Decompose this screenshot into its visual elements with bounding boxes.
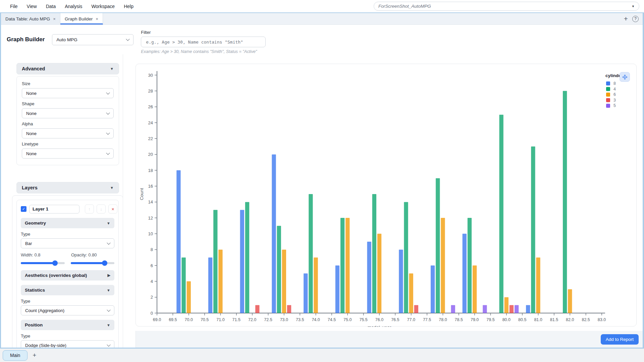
layer-name-input[interactable] [29, 205, 79, 214]
bar [377, 234, 381, 313]
statistics-type-select[interactable]: Count (Aggregation) [21, 305, 114, 315]
dataset-select[interactable]: Auto MPG [52, 34, 133, 45]
bar [304, 274, 308, 313]
tab-data-table[interactable]: Data Table: Auto MPG × [1, 13, 60, 24]
svg-text:4: 4 [151, 279, 153, 284]
bar [208, 257, 212, 313]
add-workspace-icon[interactable]: + [33, 352, 36, 359]
position-type-label: Type [21, 334, 114, 339]
bar [409, 274, 413, 313]
tab-bar: Data Table: Auto MPG × Graph Builder × +… [1, 13, 643, 25]
svg-text:76.0: 76.0 [375, 317, 383, 322]
advanced-panel-body: Size None Shape None Alpha None [16, 76, 119, 165]
close-icon[interactable]: × [96, 16, 98, 21]
layer-visible-checkbox[interactable]: ✓ [21, 206, 26, 212]
svg-text:76.5: 76.5 [391, 317, 399, 322]
bar [399, 250, 403, 313]
alpha-select[interactable]: None [22, 128, 114, 138]
menu-data[interactable]: Data [46, 4, 56, 9]
svg-text:80.0: 80.0 [502, 317, 511, 322]
aesthetics-section-header[interactable]: Aesthetics (overrides global) ▶ [21, 270, 114, 281]
menu-analysis[interactable]: Analysis [65, 4, 82, 9]
bar [335, 265, 339, 313]
geometry-section-title: Geometry [25, 221, 46, 226]
svg-text:72.5: 72.5 [264, 317, 272, 322]
svg-text:10: 10 [148, 231, 153, 236]
add-to-report-button[interactable]: Add to Report [601, 334, 639, 345]
bar [473, 265, 477, 313]
svg-text:6: 6 [613, 92, 616, 97]
shape-select-value: None [26, 111, 37, 116]
bar [515, 305, 519, 313]
opacity-slider[interactable] [71, 260, 115, 266]
triangle-closed-icon: ▶ [108, 273, 110, 278]
menu-help[interactable]: Help [124, 4, 133, 9]
svg-text:3: 3 [613, 98, 616, 103]
statistics-type-value: Count (Aggregation) [25, 308, 64, 313]
bar [187, 281, 191, 313]
svg-text:26: 26 [148, 104, 153, 109]
svg-text:81.5: 81.5 [550, 317, 558, 322]
svg-text:75.5: 75.5 [359, 317, 367, 322]
statistics-type-label: Type [21, 299, 114, 304]
size-select-value: None [26, 91, 37, 96]
svg-text:Count: Count [139, 188, 144, 200]
slider-fill [21, 262, 55, 264]
move-layer-up-button[interactable]: ↑ [85, 204, 94, 214]
slider-thumb[interactable] [102, 260, 107, 266]
svg-text:81.0: 81.0 [534, 317, 542, 322]
svg-text:16: 16 [148, 184, 153, 189]
svg-text:79.5: 79.5 [486, 317, 494, 322]
sliders-row [21, 260, 114, 266]
svg-text:80.5: 80.5 [518, 317, 526, 322]
slider-thumb[interactable] [52, 260, 58, 266]
workspace-tab-bar: Main + [0, 349, 644, 362]
bar [431, 265, 435, 313]
bar [451, 305, 455, 313]
menu-workspace[interactable]: Workspace [91, 4, 115, 9]
header-bar: Graph Builder Auto MPG Filter Examples: … [1, 25, 643, 54]
arrow-down-icon: ↓ [100, 206, 102, 212]
position-type-value: Dodge (Side-by-side) [25, 343, 66, 348]
menu-view[interactable]: View [27, 4, 37, 9]
move-layer-down-button[interactable]: ↓ [97, 204, 106, 214]
legend-move-handle[interactable] [620, 72, 630, 82]
delete-layer-button[interactable]: × [108, 204, 117, 214]
linetype-select-value: None [26, 151, 37, 156]
bar [255, 305, 259, 313]
bar [314, 257, 318, 313]
size-select[interactable]: None [22, 88, 114, 98]
width-slider[interactable] [21, 260, 65, 266]
statistics-section-header[interactable]: Statistics ▼ [21, 285, 114, 295]
bar [404, 202, 408, 313]
menu-file[interactable]: File [10, 4, 18, 9]
svg-text:69.5: 69.5 [169, 317, 177, 322]
svg-text:8: 8 [151, 247, 153, 252]
caret-down-icon: ▼ [632, 5, 635, 8]
svg-text:74.5: 74.5 [328, 317, 336, 322]
tab-graph-builder[interactable]: Graph Builder × [60, 13, 103, 24]
layers-panel-header[interactable]: Layers ▼ [16, 182, 119, 193]
workspace-selector[interactable]: ForScreenShot_AutoMPG ▼ [374, 2, 639, 11]
position-section-header[interactable]: Position ▼ [21, 320, 114, 330]
svg-text:77.0: 77.0 [407, 317, 415, 322]
help-icon[interactable]: ? [632, 16, 639, 22]
bar [441, 218, 445, 313]
advanced-panel-header[interactable]: Advanced ▼ [16, 63, 119, 74]
geometry-type-select[interactable]: Bar [21, 238, 114, 248]
filter-input[interactable] [141, 37, 266, 47]
workspace-tab-main[interactable]: Main [3, 350, 28, 361]
geometry-section-header[interactable]: Geometry ▼ [21, 218, 114, 228]
svg-text:14: 14 [148, 199, 153, 204]
svg-text:30: 30 [148, 73, 153, 78]
shape-label: Shape [22, 101, 114, 106]
svg-text:4: 4 [613, 87, 616, 92]
bar [213, 210, 217, 313]
shape-select[interactable]: None [22, 108, 114, 118]
new-tab-icon[interactable]: + [624, 15, 628, 23]
linetype-select[interactable]: None [22, 148, 114, 159]
svg-text:8: 8 [613, 81, 616, 86]
position-type-select[interactable]: Dodge (Side-by-side) [21, 340, 114, 348]
close-icon[interactable]: × [53, 16, 56, 21]
statistics-section-title: Statistics [25, 288, 45, 293]
